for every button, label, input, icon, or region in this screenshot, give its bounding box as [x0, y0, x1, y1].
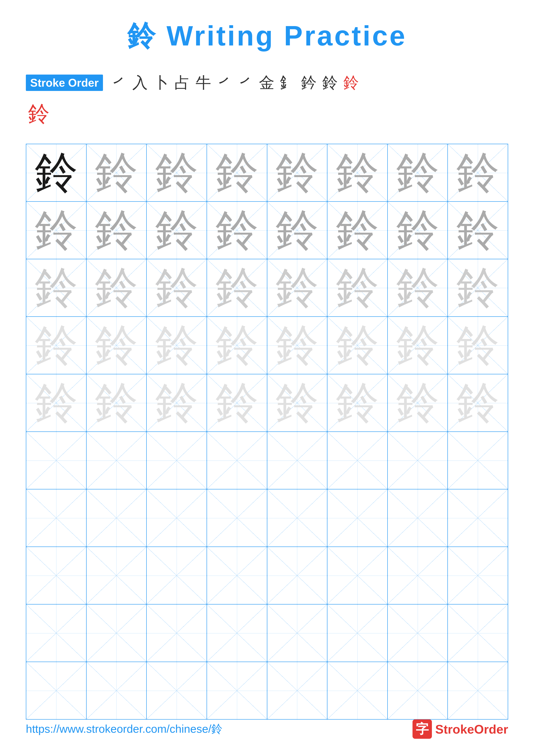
cell-8-4[interactable]	[207, 547, 267, 604]
logo-text-order: Order	[474, 722, 508, 736]
cell-1-6[interactable]: 鈴	[327, 144, 388, 201]
cell-5-4[interactable]: 鈴	[207, 374, 267, 431]
stroke-9: 釒	[280, 72, 295, 93]
cell-9-5[interactable]	[267, 605, 328, 662]
cell-2-7[interactable]: 鈴	[388, 202, 448, 259]
stroke-10: 鈐	[301, 72, 317, 93]
cell-10-2[interactable]	[87, 662, 147, 719]
cell-2-2[interactable]: 鈴	[87, 202, 147, 259]
cell-7-6[interactable]	[327, 489, 388, 547]
cell-8-8[interactable]	[448, 547, 508, 604]
cell-5-5[interactable]: 鈴	[267, 374, 328, 431]
cell-6-8[interactable]	[448, 432, 508, 489]
cell-6-2[interactable]	[87, 432, 147, 489]
cell-1-5[interactable]: 鈴	[267, 144, 328, 201]
cell-2-6[interactable]: 鈴	[327, 202, 388, 259]
cell-10-8[interactable]	[448, 662, 508, 719]
char-2-6: 鈴	[336, 201, 379, 259]
cell-9-4[interactable]	[207, 605, 267, 662]
cell-4-8[interactable]: 鈴	[448, 317, 508, 374]
cell-7-4[interactable]	[207, 489, 267, 547]
cell-7-2[interactable]	[87, 489, 147, 547]
cell-4-6[interactable]: 鈴	[327, 317, 388, 374]
cell-10-5[interactable]	[267, 662, 328, 719]
cell-3-1[interactable]: 鈴	[26, 259, 87, 316]
cell-2-1[interactable]: 鈴	[26, 202, 87, 259]
footer-url[interactable]: https://www.strokeorder.com/chinese/鈴	[26, 721, 222, 737]
cell-5-6[interactable]: 鈴	[327, 374, 388, 431]
cell-5-1[interactable]: 鈴	[26, 374, 87, 431]
cell-2-3[interactable]: 鈴	[147, 202, 207, 259]
cell-1-1[interactable]: 鈴	[26, 144, 87, 201]
char-5-2: 鈴	[95, 374, 138, 432]
char-5-7: 鈴	[396, 374, 439, 432]
cell-1-4[interactable]: 鈴	[207, 144, 267, 201]
logo-icon: 字	[413, 719, 432, 739]
stroke-order-label: Stroke Order	[26, 74, 103, 91]
cell-10-1[interactable]	[26, 662, 87, 719]
cell-1-8[interactable]: 鈴	[448, 144, 508, 201]
char-4-2: 鈴	[95, 316, 138, 375]
cell-5-3[interactable]: 鈴	[147, 374, 207, 431]
cell-6-1[interactable]	[26, 432, 87, 489]
cell-6-6[interactable]	[327, 432, 388, 489]
cell-3-8[interactable]: 鈴	[448, 259, 508, 316]
char-3-4: 鈴	[216, 259, 259, 317]
cell-8-2[interactable]	[87, 547, 147, 604]
cell-8-3[interactable]	[147, 547, 207, 604]
cell-8-5[interactable]	[267, 547, 328, 604]
cell-3-2[interactable]: 鈴	[87, 259, 147, 316]
cell-5-8[interactable]: 鈴	[448, 374, 508, 431]
logo-text: StrokeOrder	[435, 722, 508, 736]
cell-9-3[interactable]	[147, 605, 207, 662]
char-5-1: 鈴	[35, 374, 78, 432]
char-2-7: 鈴	[396, 201, 439, 259]
cell-6-7[interactable]	[388, 432, 448, 489]
cell-3-4[interactable]: 鈴	[207, 259, 267, 316]
cell-5-7[interactable]: 鈴	[388, 374, 448, 431]
cell-8-7[interactable]	[388, 547, 448, 604]
grid-row-6	[26, 432, 508, 489]
cell-9-6[interactable]	[327, 605, 388, 662]
cell-6-5[interactable]	[267, 432, 328, 489]
cell-9-1[interactable]	[26, 605, 87, 662]
cell-4-1[interactable]: 鈴	[26, 317, 87, 374]
cell-3-3[interactable]: 鈴	[147, 259, 207, 316]
cell-7-8[interactable]	[448, 489, 508, 547]
stroke-11: 鈴	[322, 72, 338, 93]
cell-2-5[interactable]: 鈴	[267, 202, 328, 259]
cell-2-4[interactable]: 鈴	[207, 202, 267, 259]
cell-10-6[interactable]	[327, 662, 388, 719]
cell-4-5[interactable]: 鈴	[267, 317, 328, 374]
cell-4-4[interactable]: 鈴	[207, 317, 267, 374]
cell-3-5[interactable]: 鈴	[267, 259, 328, 316]
char-2-8: 鈴	[456, 201, 499, 259]
cell-6-4[interactable]	[207, 432, 267, 489]
cell-2-8[interactable]: 鈴	[448, 202, 508, 259]
cell-4-7[interactable]: 鈴	[388, 317, 448, 374]
cell-5-2[interactable]: 鈴	[87, 374, 147, 431]
cell-10-7[interactable]	[388, 662, 448, 719]
cell-4-3[interactable]: 鈴	[147, 317, 207, 374]
cell-7-3[interactable]	[147, 489, 207, 547]
cell-7-5[interactable]	[267, 489, 328, 547]
cell-10-3[interactable]	[147, 662, 207, 719]
char-3-2: 鈴	[95, 259, 138, 317]
cell-9-7[interactable]	[388, 605, 448, 662]
cell-1-3[interactable]: 鈴	[147, 144, 207, 201]
cell-10-4[interactable]	[207, 662, 267, 719]
cell-7-1[interactable]	[26, 489, 87, 547]
cell-9-2[interactable]	[87, 605, 147, 662]
cell-1-7[interactable]: 鈴	[388, 144, 448, 201]
cell-3-6[interactable]: 鈴	[327, 259, 388, 316]
cell-1-2[interactable]: 鈴	[87, 144, 147, 201]
cell-4-2[interactable]: 鈴	[87, 317, 147, 374]
cell-9-8[interactable]	[448, 605, 508, 662]
cell-7-7[interactable]	[388, 489, 448, 547]
char-1-2: 鈴	[95, 144, 138, 202]
cell-8-1[interactable]	[26, 547, 87, 604]
cell-8-6[interactable]	[327, 547, 388, 604]
cell-3-7[interactable]: 鈴	[388, 259, 448, 316]
cell-6-3[interactable]	[147, 432, 207, 489]
char-1-3: 鈴	[155, 144, 198, 202]
